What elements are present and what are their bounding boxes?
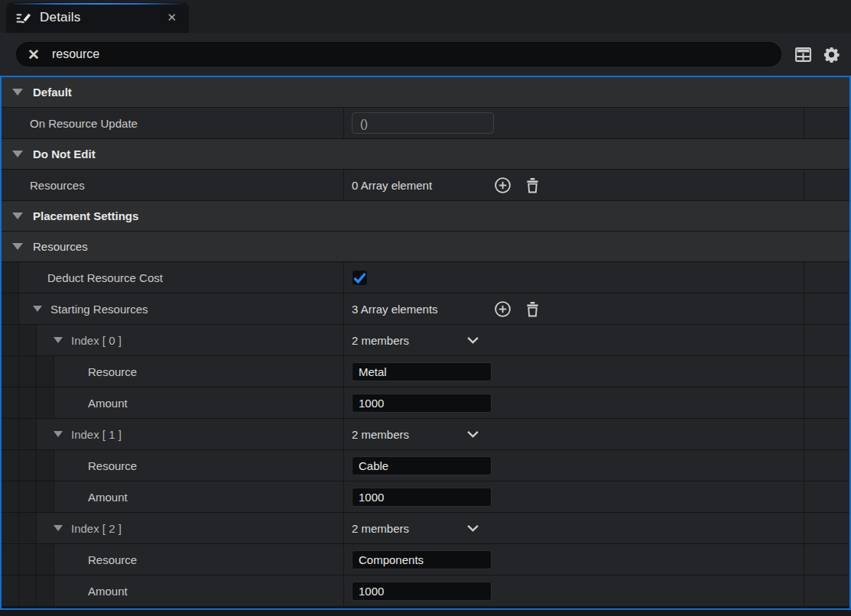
resource-name-input[interactable] <box>352 362 492 381</box>
property-row-amount-0: Amount <box>2 387 849 418</box>
indent-guide <box>2 419 19 449</box>
index-label: Index [ 1 ] <box>71 428 122 441</box>
settings-gear-icon[interactable] <box>822 45 840 63</box>
property-label: Deduct Resource Cost <box>47 271 163 284</box>
property-label: Starting Resources <box>50 303 148 316</box>
expander-arrow-icon[interactable] <box>54 337 63 343</box>
row-extra-cell <box>804 481 849 512</box>
details-pencil-icon <box>14 8 32 27</box>
clear-search-icon[interactable]: ✕ <box>28 47 40 62</box>
indent-guide <box>19 513 37 543</box>
indent-guide <box>2 513 19 543</box>
indent-guide <box>2 387 19 418</box>
property-row-resources-array: Resources 0 Array element <box>2 170 849 200</box>
index-label: Index [ 2 ] <box>71 522 122 535</box>
indent-guide <box>2 450 19 481</box>
row-extra-cell <box>804 575 849 606</box>
indent-guide <box>19 387 37 418</box>
search-input[interactable] <box>52 47 770 61</box>
indent-guide <box>37 387 54 418</box>
indent-guide <box>19 356 37 387</box>
indent-guide <box>19 544 37 575</box>
category-row-default[interactable]: Default <box>2 77 849 107</box>
array-count-text: 3 Array elements <box>352 303 494 316</box>
expander-arrow-icon[interactable] <box>12 212 23 219</box>
property-row-deduct-resource-cost: Deduct Resource Cost <box>2 262 849 293</box>
row-extra-cell <box>804 513 849 543</box>
indent-guide <box>19 325 37 355</box>
row-extra-cell <box>804 325 849 355</box>
members-count-text: 2 members <box>352 428 466 441</box>
resource-name-input[interactable] <box>352 456 492 475</box>
chevron-down-icon[interactable] <box>466 336 479 344</box>
tab-title: Details <box>40 10 80 25</box>
property-row-amount-2: Amount <box>2 575 849 606</box>
property-row-resource-2: Resource <box>2 544 849 575</box>
indent-guide <box>2 325 19 355</box>
expander-arrow-icon[interactable] <box>12 151 23 157</box>
expander-arrow-icon[interactable] <box>54 431 63 437</box>
tab-close-icon[interactable]: ✕ <box>164 9 180 26</box>
add-element-icon[interactable] <box>494 177 512 194</box>
group-label: Resources <box>33 240 88 253</box>
resource-name-input[interactable] <box>352 550 492 569</box>
property-row-amount-1: Amount <box>2 481 849 512</box>
clear-array-trash-icon[interactable] <box>525 301 540 317</box>
property-label: On Resource Update <box>30 117 138 130</box>
delegate-value-box: () <box>352 112 494 134</box>
indent-guide <box>37 544 54 575</box>
expander-arrow-icon[interactable] <box>33 306 42 312</box>
indent-guide <box>19 419 37 449</box>
property-label: Resource <box>88 459 137 472</box>
expander-arrow-icon[interactable] <box>12 89 23 96</box>
indent-guide <box>37 356 54 387</box>
property-label: Amount <box>88 397 128 410</box>
amount-input[interactable] <box>352 394 492 413</box>
property-label: Resource <box>88 365 137 378</box>
property-row-resource-0: Resource <box>2 356 849 387</box>
amount-input[interactable] <box>352 488 492 507</box>
expander-arrow-icon[interactable] <box>54 525 63 531</box>
display-grid-icon[interactable] <box>794 45 812 63</box>
search-box[interactable]: ✕ <box>16 42 781 66</box>
members-count-text: 2 members <box>352 334 466 347</box>
indent-guide <box>2 356 19 387</box>
group-row-resources[interactable]: Resources <box>2 232 849 261</box>
expander-arrow-icon[interactable] <box>12 243 23 250</box>
row-extra-cell <box>804 450 849 481</box>
array-index-row-1: Index [ 1 ] 2 members <box>2 419 849 449</box>
row-extra-cell <box>804 419 849 449</box>
indent-guide <box>37 450 54 481</box>
array-index-row-2: Index [ 2 ] 2 members <box>2 513 849 543</box>
indent-guide <box>2 544 19 575</box>
property-label: Resources <box>30 179 85 192</box>
row-extra-cell <box>804 108 849 138</box>
property-row-starting-resources: Starting Resources 3 Array elements <box>2 293 849 324</box>
indent-guide <box>37 481 54 512</box>
deduct-resource-cost-checkbox[interactable] <box>352 270 368 286</box>
category-row-do-not-edit[interactable]: Do Not Edit <box>2 139 849 169</box>
array-index-row-0: Index [ 0 ] 2 members <box>2 325 849 355</box>
details-tab[interactable]: Details ✕ <box>6 2 189 33</box>
tab-bar: Details ✕ <box>0 0 851 33</box>
category-label: Placement Settings <box>33 209 138 222</box>
search-toolbar: ✕ <box>0 33 851 76</box>
property-row-resource-1: Resource <box>2 450 849 481</box>
members-count-text: 2 members <box>352 522 466 535</box>
row-extra-cell <box>804 262 849 293</box>
property-label: Resource <box>88 553 137 566</box>
row-extra-cell <box>804 356 849 387</box>
array-count-text: 0 Array element <box>352 179 494 192</box>
property-row-on-resource-update: On Resource Update () <box>2 108 849 138</box>
indent-guide <box>19 450 37 481</box>
category-row-placement-settings[interactable]: Placement Settings <box>2 201 849 231</box>
indent-guide <box>19 575 37 606</box>
category-label: Default <box>33 86 72 99</box>
indent-guide <box>2 293 19 324</box>
clear-array-trash-icon[interactable] <box>525 177 540 193</box>
chevron-down-icon[interactable] <box>466 524 479 532</box>
amount-input[interactable] <box>352 582 492 601</box>
chevron-down-icon[interactable] <box>466 430 479 438</box>
row-extra-cell <box>804 293 849 324</box>
add-element-icon[interactable] <box>494 300 512 318</box>
